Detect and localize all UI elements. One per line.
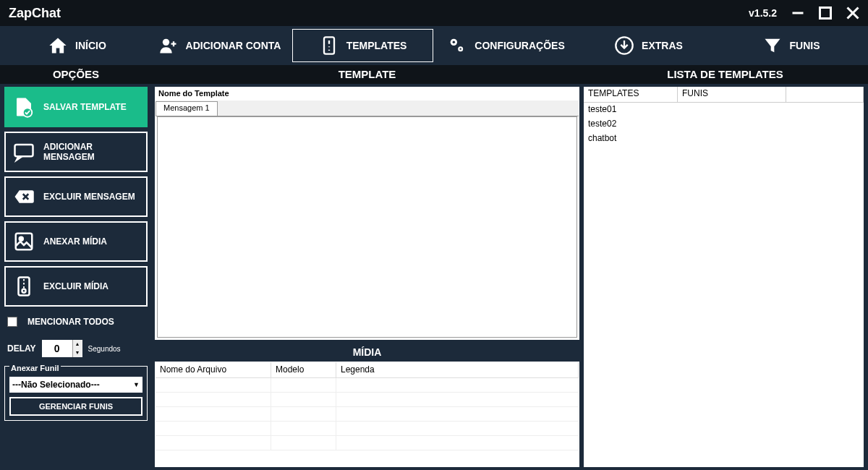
delay-label: DELAY [7, 343, 36, 354]
delay-value: 0 [42, 343, 72, 354]
message-textarea[interactable] [157, 116, 577, 338]
funil-select[interactable]: ---Não Selecionado--- ▼ [9, 377, 142, 393]
chevron-down-icon: ▼ [133, 381, 140, 388]
spinner-up[interactable]: ▲ [73, 340, 82, 349]
template-panel: Nome do Template Mensagem 1 MÍDIA Nome d… [152, 84, 582, 470]
svg-rect-12 [15, 145, 33, 156]
svg-point-4 [162, 39, 169, 46]
svg-rect-13 [16, 234, 33, 250]
checkbox-label: MENCIONAR TODOS [27, 317, 114, 327]
delete-message-button[interactable]: EXCLUIR MENSAGEM [4, 176, 148, 217]
svg-point-9 [460, 48, 461, 50]
header-template: TEMPLATE [152, 65, 582, 84]
templates-list-table: TEMPLATES FUNIS teste01 teste02 chatbot [584, 87, 864, 467]
svg-rect-5 [324, 37, 334, 54]
section-headers: OPÇÕES TEMPLATE LISTA DE TEMPLATES [0, 65, 868, 84]
col-modelo[interactable]: Modelo [271, 362, 336, 377]
gear-icon [447, 35, 467, 56]
maximize-button[interactable] [819, 7, 832, 20]
nav-adicionar-conta[interactable]: ADICIONAR CONTA [150, 29, 289, 62]
options-sidebar: SALVAR TEMPLATE ADICIONAR MENSAGEM EXCLU… [0, 84, 152, 470]
message-icon [13, 141, 35, 163]
button-label: SALVAR TEMPLATE [43, 102, 127, 112]
nav-funis[interactable]: FUNIS [721, 29, 861, 62]
add-message-button[interactable]: ADICIONAR MENSAGEM [4, 132, 148, 172]
header-opcoes: OPÇÕES [0, 65, 152, 84]
svg-point-16 [22, 289, 26, 293]
titlebar: ZapChat v1.5.2 [0, 0, 868, 26]
button-label: EXCLUIR MÍDIA [43, 281, 109, 291]
user-plus-icon [158, 35, 179, 56]
svg-rect-1 [820, 8, 831, 19]
nav-label: ADICIONAR CONTA [186, 40, 281, 51]
anexar-funil-fieldset: Anexar Funil ---Não Selecionado--- ▼ GER… [4, 366, 148, 421]
template-name-input[interactable]: Nome do Template [156, 87, 579, 101]
minimize-button[interactable] [791, 7, 804, 20]
navbar: INÍCIO ADICIONAR CONTA TEMPLATES CONFIGU… [0, 26, 868, 65]
zip-icon [13, 275, 35, 297]
nav-extras[interactable]: EXTRAS [579, 29, 718, 62]
save-template-button[interactable]: SALVAR TEMPLATE [4, 87, 148, 127]
list-item[interactable]: teste02 [584, 117, 864, 132]
spinner-down[interactable]: ▼ [73, 349, 82, 357]
funnel-icon [762, 35, 783, 56]
templates-list-panel: TEMPLATES FUNIS teste01 teste02 chatbot [582, 84, 868, 470]
image-icon [13, 231, 35, 252]
list-item[interactable]: teste01 [584, 103, 864, 117]
svg-point-14 [20, 237, 23, 241]
button-label: ANEXAR MÍDIA [43, 236, 107, 247]
nav-label: TEMPLATES [346, 40, 407, 51]
tab-mensagem-1[interactable]: Mensagem 1 [156, 101, 218, 116]
close-button[interactable] [846, 7, 859, 20]
app-name: ZapChat [9, 6, 61, 21]
col-funis[interactable]: FUNIS [678, 87, 786, 102]
nav-inicio[interactable]: INÍCIO [7, 29, 147, 62]
attach-media-button[interactable]: ANEXAR MÍDIA [4, 221, 148, 262]
button-label: EXCLUIR MENSAGEM [43, 192, 135, 202]
mention-all-checkbox[interactable] [7, 317, 17, 327]
nav-label: EXTRAS [642, 40, 683, 51]
list-item[interactable]: chatbot [584, 132, 864, 146]
header-lista: LISTA DE TEMPLATES [582, 65, 868, 84]
fieldset-legend: Anexar Funil [9, 364, 61, 372]
nav-label: INÍCIO [75, 40, 106, 51]
svg-point-7 [453, 41, 456, 44]
midia-header: MÍDIA [155, 344, 579, 360]
gerenciar-funis-button[interactable]: GERENCIAR FUNIS [9, 397, 142, 416]
download-icon [614, 35, 634, 56]
message-tabs: Mensagem 1 [156, 101, 579, 116]
delay-row: DELAY 0 ▲▼ Segundos [4, 337, 148, 360]
select-value: ---Não Selecionado--- [12, 380, 100, 390]
button-label: ADICIONAR MENSAGEM [43, 142, 139, 162]
mention-all-row: MENCIONAR TODOS [4, 311, 148, 333]
delay-input[interactable]: 0 ▲▼ [42, 340, 82, 357]
version-label: v1.5.2 [749, 7, 777, 19]
nav-configuracoes[interactable]: CONFIGURAÇÕES [436, 29, 576, 62]
col-legenda[interactable]: Legenda [336, 362, 579, 377]
nav-templates[interactable]: TEMPLATES [292, 29, 433, 62]
home-icon [48, 35, 68, 56]
delete-media-button[interactable]: EXCLUIR MÍDIA [4, 266, 148, 307]
backspace-icon [13, 186, 35, 208]
nav-label: FUNIS [790, 40, 820, 51]
delay-unit: Segundos [88, 345, 121, 353]
col-arquivo[interactable]: Nome do Arquivo [156, 362, 271, 377]
nav-label: CONFIGURAÇÕES [475, 40, 564, 51]
save-check-icon [13, 96, 35, 118]
template-icon [319, 35, 339, 56]
col-templates[interactable]: TEMPLATES [584, 87, 678, 102]
midia-table: Nome do Arquivo Modelo Legenda [155, 362, 579, 467]
